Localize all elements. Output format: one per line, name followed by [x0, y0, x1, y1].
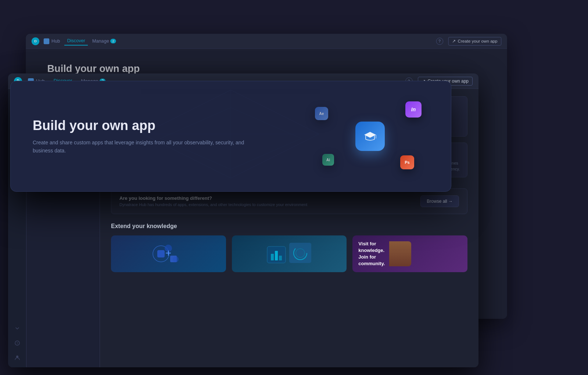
svg-rect-20	[271, 254, 274, 260]
icon-box-bottom-left: Ai	[322, 154, 334, 166]
bg-external-icon: ↗	[452, 39, 456, 44]
svg-text:?: ?	[16, 342, 18, 345]
knowledge-section: Extend your knowledge	[111, 223, 467, 272]
svg-point-13	[173, 256, 179, 262]
overlay-title: Build your own app	[33, 118, 311, 133]
visit-text: Visit for knowledge. Join for community.	[358, 241, 385, 267]
svg-rect-22	[279, 256, 282, 260]
bg-manage: Manage 2	[92, 39, 116, 44]
knowledge-grid: Visit for knowledge. Join for community.	[111, 235, 467, 272]
bg-top-bar: D Hub Discover Manage 2 ? ↗ Create your …	[26, 34, 507, 49]
knowledge-visual-learn	[111, 235, 226, 272]
bg-nav-right: ? ↗ Create your own app	[436, 37, 501, 45]
knowledge-card-dashboards[interactable]	[232, 235, 347, 272]
svg-rect-10	[157, 250, 165, 257]
bg-create-button[interactable]: ↗ Create your own app	[448, 37, 501, 45]
icon-box-top-left: Ae	[315, 107, 328, 120]
overlay-card: Build your own app Create and share cust…	[10, 81, 451, 192]
svg-rect-21	[275, 251, 278, 260]
bg-manage-badge: 2	[111, 39, 116, 44]
icon-box-ps-label: Ps	[405, 160, 409, 165]
icon-box-ae-label: Ae	[319, 112, 324, 116]
overlay-subtitle: Create and share custom apps that levera…	[33, 138, 246, 155]
bg-hub-badge: Hub	[44, 38, 60, 44]
community-person-image	[389, 241, 411, 266]
icon-box-main	[355, 122, 385, 151]
svg-point-8	[16, 356, 18, 358]
browse-text: Are you looking for something different?…	[119, 195, 307, 207]
browse-all-button[interactable]: Browse all →	[420, 195, 459, 207]
bg-hub-icon	[44, 38, 50, 44]
icon-box-in-label: In	[411, 107, 416, 112]
svg-rect-15	[168, 250, 169, 256]
overlay-content: Build your own app Create and share cust…	[33, 118, 311, 155]
knowledge-visual-dashboards	[232, 235, 347, 272]
knowledge-card-learn[interactable]	[111, 235, 226, 272]
knowledge-card-community[interactable]: Visit for knowledge. Join for community.	[352, 235, 467, 272]
icon-box-top-right: In	[405, 101, 422, 118]
icon-box-bottom-right: Ps	[400, 155, 414, 169]
sidebar-icon-expand[interactable]	[11, 322, 23, 334]
sidebar-icon-user[interactable]	[11, 352, 23, 364]
browse-title: Are you looking for something different?	[119, 195, 307, 201]
community-text: Visit for knowledge. Join for community.	[358, 241, 385, 267]
bg-logo: D	[32, 37, 39, 45]
overlay-graphic: In Ps Ae Ai	[311, 100, 429, 173]
icon-box-ai-label: Ai	[326, 158, 330, 162]
bg-help-icon[interactable]: ?	[436, 37, 443, 44]
sidebar-icon-help[interactable]: ?	[11, 337, 23, 349]
bg-hub-label: Hub	[51, 39, 60, 44]
bg-discover-link[interactable]: Discover	[64, 37, 88, 46]
browse-subtitle: Dynatrace Hub has hundreds of apps, exte…	[119, 202, 307, 207]
knowledge-title: Extend your knowledge	[111, 223, 467, 230]
browse-section: Are you looking for something different?…	[111, 188, 467, 214]
